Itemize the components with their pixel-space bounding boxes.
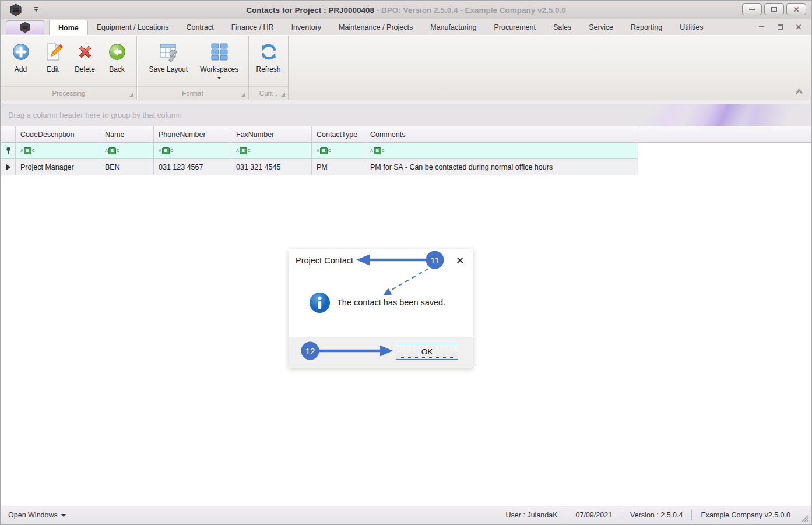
tab-procurement[interactable]: Procurement [485, 20, 544, 35]
grid-filter-row: ABC ABC ABC ABC ABC ABC [1, 143, 638, 159]
open-windows-label: Open Windows [8, 511, 58, 519]
group-panel-text: Drag a column header here to group by th… [8, 111, 182, 119]
decorative-swoosh [613, 104, 811, 126]
dialog-message: The contact has been saved. [337, 298, 445, 307]
filter-cell-name[interactable]: ABC [100, 143, 154, 158]
filter-cell-comments[interactable]: ABC [365, 143, 638, 158]
cell-codedescription[interactable]: Project Manager [16, 159, 100, 175]
dialog-close-button[interactable]: ✕ [454, 254, 466, 267]
titlebar: Contacts for Project : PRJ0000408 - BPO:… [1, 1, 811, 19]
table-row[interactable]: Project Manager BEN 031 123 4567 031 321… [1, 159, 638, 175]
filter-cell-phonenumber[interactable]: ABC [154, 143, 231, 158]
back-icon [107, 41, 128, 62]
column-header-filler [638, 126, 811, 142]
grid-group-panel[interactable]: Drag a column header here to group by th… [1, 104, 811, 126]
tab-utilities[interactable]: Utilities [671, 20, 712, 35]
refresh-icon [258, 41, 279, 62]
filter-cell-codedescription[interactable]: ABC [16, 143, 100, 158]
info-icon [309, 292, 331, 313]
column-header-faxnumber[interactable]: FaxNumber [231, 126, 312, 142]
abc-filter-icon: ABC [317, 147, 331, 154]
application-button[interactable] [6, 20, 44, 34]
ribbon-tabs: Home Equipment / Locations Contract Fina… [49, 20, 712, 35]
ribbon: Add Edit [1, 35, 811, 100]
open-windows-button[interactable]: Open Windows [1, 511, 66, 519]
tab-inventory[interactable]: Inventory [283, 20, 330, 35]
minimize-icon [749, 9, 755, 10]
edit-button[interactable]: Edit [37, 39, 69, 73]
ribbon-collapse-button[interactable] [795, 87, 804, 97]
tab-home[interactable]: Home [49, 20, 88, 35]
filter-cell-faxnumber[interactable]: ABC [231, 143, 312, 158]
tab-reporting[interactable]: Reporting [622, 20, 671, 35]
dialog-footer: OK [289, 337, 473, 368]
grid-header-row: CodeDescription Name PhoneNumber FaxNumb… [1, 126, 811, 143]
ribbon-tab-row: Home Equipment / Locations Contract Fina… [1, 19, 811, 35]
status-version: Version : 2.5.0.4 [621, 510, 691, 520]
minimize-icon [759, 26, 764, 28]
minimize-button[interactable] [742, 3, 762, 15]
status-date: 07/09/2021 [567, 510, 621, 520]
ribbon-group-caption-current: Curr... [249, 86, 288, 100]
tab-equipment-locations[interactable]: Equipment / Locations [88, 20, 178, 35]
group-expand-icon[interactable] [281, 93, 285, 97]
column-header-contacttype[interactable]: ContactType [312, 126, 365, 142]
filter-row-indicator [1, 143, 16, 158]
column-header-codedescription[interactable]: CodeDescription [16, 126, 100, 142]
tab-service[interactable]: Service [580, 20, 622, 35]
mdi-restore-button[interactable] [776, 23, 784, 30]
edit-icon [43, 41, 64, 62]
abc-filter-icon: ABC [236, 147, 251, 154]
window-title-main: Contacts for Project : PRJ0000408 [246, 6, 374, 15]
ribbon-group-current: Refresh Curr... [249, 36, 289, 100]
cell-comments[interactable]: PM for SA - Can be contacted during norm… [365, 159, 638, 175]
column-header-name[interactable]: Name [100, 126, 154, 142]
tab-finance-hr[interactable]: Finance / HR [223, 20, 283, 35]
tab-contract[interactable]: Contract [177, 20, 222, 35]
tab-sales[interactable]: Sales [544, 20, 580, 35]
delete-button[interactable]: Delete [69, 39, 101, 73]
window-title-suffix: - BPO: Version 2.5.0.4 - Example Company… [374, 6, 566, 15]
close-icon: ✕ [793, 6, 800, 13]
restore-icon [778, 24, 783, 30]
close-button[interactable]: ✕ [786, 3, 806, 15]
app-logo-icon [9, 3, 22, 16]
close-icon: ✕ [456, 255, 464, 267]
close-icon: ✕ [796, 23, 802, 31]
status-company: Example Company v2.5.0.0 [691, 510, 799, 520]
tab-manufacturing[interactable]: Manufacturing [421, 20, 485, 35]
resize-grip-icon[interactable] [800, 514, 809, 522]
cell-contacttype[interactable]: PM [312, 159, 365, 175]
add-icon [10, 41, 31, 62]
abc-filter-icon: ABC [105, 147, 119, 154]
save-layout-button[interactable]: Save Layout [143, 39, 194, 73]
refresh-button[interactable]: Refresh [252, 39, 284, 73]
back-button[interactable]: Back [101, 39, 133, 73]
add-button[interactable]: Add [5, 39, 37, 73]
mdi-close-button[interactable]: ✕ [795, 23, 803, 30]
tab-maintenance-projects[interactable]: Maintenance / Projects [330, 20, 421, 35]
quick-access-dropdown-icon[interactable] [31, 5, 41, 14]
statusbar: Open Windows User : JulandaK 07/09/2021 … [1, 506, 811, 524]
chevron-up-icon [795, 88, 804, 95]
cell-phonenumber[interactable]: 031 123 4567 [154, 159, 231, 175]
ok-button[interactable]: OK [396, 344, 458, 360]
delete-icon [75, 41, 96, 62]
app-window: Contacts for Project : PRJ0000408 - BPO:… [0, 0, 812, 525]
column-header-comments[interactable]: Comments [365, 126, 638, 142]
filter-cell-contacttype[interactable]: ABC [312, 143, 365, 158]
column-header-phonenumber[interactable]: PhoneNumber [154, 126, 231, 142]
chevron-down-icon [61, 514, 66, 517]
row-indicator [1, 159, 16, 175]
mdi-minimize-button[interactable] [757, 23, 765, 30]
app-logo-icon [19, 22, 31, 33]
cell-faxnumber[interactable]: 031 321 4545 [231, 159, 312, 175]
maximize-button[interactable] [764, 3, 784, 15]
ribbon-group-processing: Add Edit [1, 36, 137, 100]
cell-name[interactable]: BEN [100, 159, 154, 175]
window-title: Contacts for Project : PRJ0000408 - BPO:… [1, 6, 811, 15]
abc-filter-icon: ABC [370, 147, 385, 154]
workspaces-button[interactable]: Workspaces [194, 39, 245, 79]
group-expand-icon[interactable] [129, 93, 133, 97]
group-expand-icon[interactable] [241, 93, 245, 97]
